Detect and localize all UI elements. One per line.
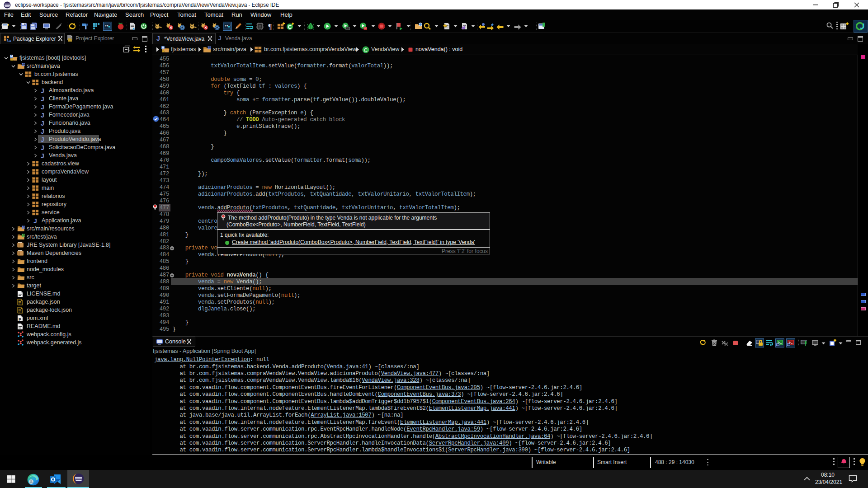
svg-text:J: J xyxy=(41,152,44,159)
svg-text:J: J xyxy=(41,87,44,94)
svg-text:P: P xyxy=(19,317,21,322)
svg-text:J: J xyxy=(33,217,37,224)
svg-text:C: C xyxy=(364,47,368,53)
svg-text:J: J xyxy=(41,136,44,143)
svg-text:¶: ¶ xyxy=(268,23,272,30)
svg-text:M: M xyxy=(10,55,13,58)
svg-text:M: M xyxy=(162,46,164,49)
svg-text:J: J xyxy=(41,103,44,110)
svg-text:J: J xyxy=(41,144,44,151)
svg-text:J: J xyxy=(41,95,44,102)
svg-text:C: C xyxy=(288,24,292,30)
svg-text:J: J xyxy=(41,120,44,127)
svg-text:J: J xyxy=(41,112,44,118)
svg-text:J: J xyxy=(41,128,44,135)
